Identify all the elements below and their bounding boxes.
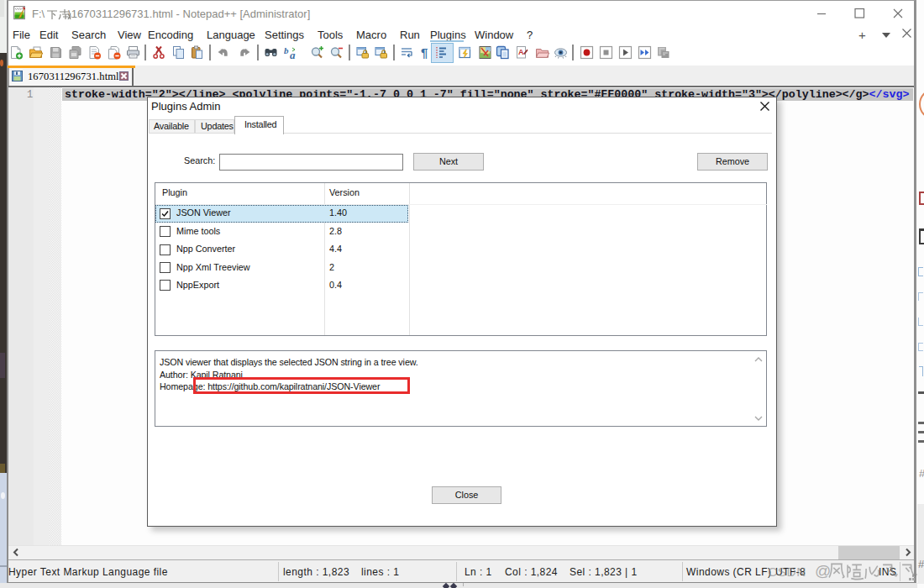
svg-text:¶: ¶ xyxy=(421,45,428,60)
svg-text:b: b xyxy=(284,45,289,55)
svg-text:a: a xyxy=(290,49,296,60)
svg-text:A: A xyxy=(518,48,524,56)
